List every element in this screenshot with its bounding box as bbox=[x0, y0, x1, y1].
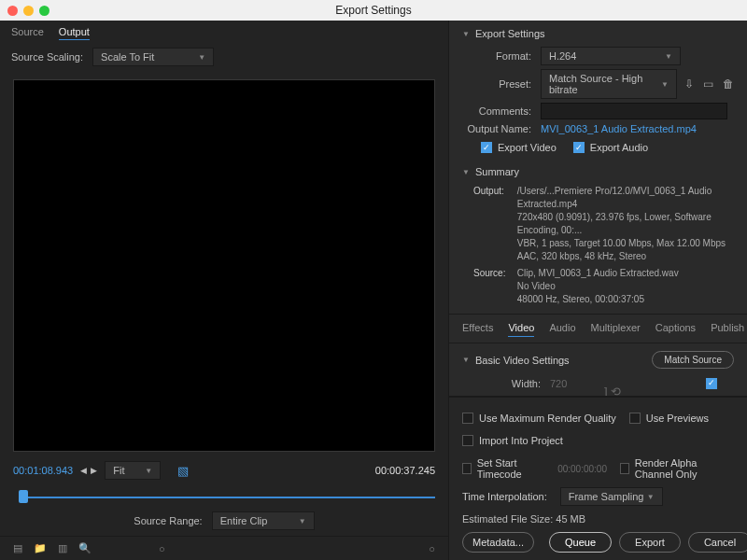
subtab-multiplexer[interactable]: Multiplexer bbox=[591, 322, 641, 337]
time-interp-label: Time Interpolation: bbox=[462, 491, 547, 502]
export-video-label: Export Video bbox=[498, 142, 557, 153]
playhead[interactable] bbox=[19, 490, 28, 503]
timeline-track bbox=[22, 497, 435, 498]
summary-source-text: Clip, MVI_0063_1 Audio Extracted.wav No … bbox=[517, 267, 731, 306]
search-icon[interactable]: 🔍 bbox=[78, 542, 92, 554]
layers-icon[interactable]: ▤ bbox=[13, 542, 22, 554]
subtab-publish[interactable]: Publish bbox=[711, 322, 744, 337]
max-quality-label: Use Maximum Render Quality bbox=[479, 413, 616, 424]
import-project-checkbox[interactable] bbox=[462, 435, 473, 446]
chevron-down-icon: ▼ bbox=[198, 53, 205, 62]
chevron-down-icon: ▼ bbox=[661, 80, 669, 89]
timeline[interactable] bbox=[13, 487, 435, 502]
render-options-panel: Use Maximum Render Quality Use Previews … bbox=[449, 397, 747, 560]
zoom-dropdown[interactable]: Fit ▼ bbox=[105, 461, 161, 480]
link-dimensions-icon[interactable]: ] ⟲ bbox=[604, 385, 621, 397]
chevron-down-icon: ▼ bbox=[145, 467, 152, 475]
folder-icon[interactable]: 📁 bbox=[34, 542, 47, 554]
save-preset-icon[interactable]: ⇩ bbox=[684, 77, 694, 91]
subtab-effects[interactable]: Effects bbox=[462, 322, 493, 337]
delete-preset-icon[interactable]: 🗑 bbox=[723, 77, 734, 91]
use-previews-checkbox[interactable] bbox=[629, 413, 641, 424]
timecode-duration: 00:00:37.245 bbox=[375, 465, 435, 476]
source-range-label: Source Range: bbox=[134, 515, 202, 526]
preset-label: Preset: bbox=[462, 78, 541, 90]
summary-source-label: Source: bbox=[473, 267, 514, 280]
bottom-toolbar: ▤ 📁 ▥ 🔍 ○ ○ bbox=[0, 536, 448, 560]
minimize-window[interactable] bbox=[23, 6, 34, 16]
import-project-label: Import Into Project bbox=[479, 435, 563, 446]
twirl-down-icon[interactable]: ▼ bbox=[462, 30, 470, 38]
chevron-down-icon: ▼ bbox=[299, 517, 306, 525]
summary-header: Summary bbox=[475, 166, 519, 177]
cancel-button[interactable]: Cancel bbox=[688, 532, 747, 553]
titlebar: Export Settings bbox=[0, 0, 747, 21]
settings-panel: ▼ Export Settings Format: H.264 ▼ Preset… bbox=[448, 21, 747, 560]
crop-icon[interactable]: ▧ bbox=[177, 464, 189, 478]
maximize-window[interactable] bbox=[39, 6, 49, 16]
menu-icon[interactable]: ○ bbox=[429, 543, 435, 554]
chevron-down-icon: ▼ bbox=[647, 493, 655, 501]
comments-label: Comments: bbox=[462, 105, 541, 117]
render-alpha-label: Render Alpha Channel Only bbox=[635, 457, 734, 480]
twirl-down-icon[interactable]: ▼ bbox=[462, 168, 470, 176]
start-tc-value[interactable]: 00:00:00:00 bbox=[557, 464, 607, 474]
window-title: Export Settings bbox=[335, 4, 411, 17]
format-label: Format: bbox=[462, 50, 541, 62]
width-label: Width: bbox=[475, 378, 550, 389]
time-interp-dropdown[interactable]: Frame Sampling ▼ bbox=[560, 487, 663, 506]
render-alpha-checkbox[interactable] bbox=[620, 463, 629, 474]
export-audio-label: Export Audio bbox=[590, 142, 648, 153]
export-settings-header: Export Settings bbox=[475, 28, 545, 39]
source-range-value: Entire Clip bbox=[220, 515, 268, 526]
export-audio-checkbox[interactable]: ✓ bbox=[573, 142, 585, 153]
max-quality-checkbox[interactable] bbox=[462, 413, 473, 424]
close-window[interactable] bbox=[7, 6, 18, 16]
format-dropdown[interactable]: H.264 ▼ bbox=[541, 47, 681, 65]
preset-value: Match Source - High bitrate bbox=[549, 73, 661, 95]
source-scaling-dropdown[interactable]: Scale To Fit ▼ bbox=[92, 48, 214, 66]
preview-panel: Source Output Source Scaling: Scale To F… bbox=[0, 21, 448, 560]
set-start-tc-checkbox[interactable] bbox=[462, 463, 472, 474]
queue-button[interactable]: Queue bbox=[549, 532, 612, 553]
video-preview[interactable] bbox=[13, 79, 435, 452]
play-icon[interactable]: ▶ bbox=[91, 466, 97, 475]
match-source-button[interactable]: Match Source bbox=[652, 351, 734, 369]
prev-frame-icon[interactable]: ◀ bbox=[80, 466, 87, 475]
output-name-label: Output Name: bbox=[462, 123, 541, 134]
import-preset-icon[interactable]: ▭ bbox=[703, 77, 713, 91]
est-size-label: Estimated File Size: bbox=[462, 513, 553, 525]
width-value[interactable]: 720 bbox=[550, 378, 597, 389]
subtab-captions[interactable]: Captions bbox=[655, 322, 696, 337]
subtab-video[interactable]: Video bbox=[508, 322, 534, 337]
subtab-audio[interactable]: Audio bbox=[549, 322, 575, 337]
time-interp-value: Frame Sampling bbox=[569, 491, 644, 502]
width-match-checkbox[interactable]: ✓ bbox=[706, 378, 717, 389]
comments-input[interactable] bbox=[541, 103, 727, 119]
chevron-down-icon: ▼ bbox=[665, 52, 672, 61]
source-scaling-label: Source Scaling: bbox=[11, 51, 83, 63]
source-range-dropdown[interactable]: Entire Clip ▼ bbox=[212, 511, 315, 530]
summary-output-label: Output: bbox=[473, 185, 514, 198]
timecode-in[interactable]: 00:01:08.943 bbox=[13, 465, 73, 476]
tab-output[interactable]: Output bbox=[59, 26, 90, 40]
basic-video-header: Basic Video Settings bbox=[475, 355, 570, 366]
tab-source[interactable]: Source bbox=[11, 26, 44, 40]
marker-icon[interactable]: ○ bbox=[159, 543, 165, 554]
output-name-link[interactable]: MVI_0063_1 Audio Extracted.mp4 bbox=[541, 123, 697, 134]
source-scaling-value: Scale To Fit bbox=[101, 51, 154, 63]
export-video-checkbox[interactable]: ✓ bbox=[481, 142, 492, 153]
preset-dropdown[interactable]: Match Source - High bitrate ▼ bbox=[541, 69, 677, 99]
format-value: H.264 bbox=[549, 50, 576, 62]
est-size-value: 45 MB bbox=[556, 513, 585, 525]
metadata-button[interactable]: Metadata... bbox=[462, 532, 534, 553]
bin-icon[interactable]: ▥ bbox=[58, 542, 67, 554]
set-start-tc-label: Set Start Timecode bbox=[477, 457, 544, 480]
export-button[interactable]: Export bbox=[619, 532, 681, 553]
use-previews-label: Use Previews bbox=[646, 413, 709, 424]
summary-output-text: /Users/...Premiere Pro/12.0/MVI_0063_1 A… bbox=[517, 185, 731, 263]
zoom-value: Fit bbox=[113, 465, 124, 476]
twirl-down-icon[interactable]: ▼ bbox=[462, 356, 470, 364]
